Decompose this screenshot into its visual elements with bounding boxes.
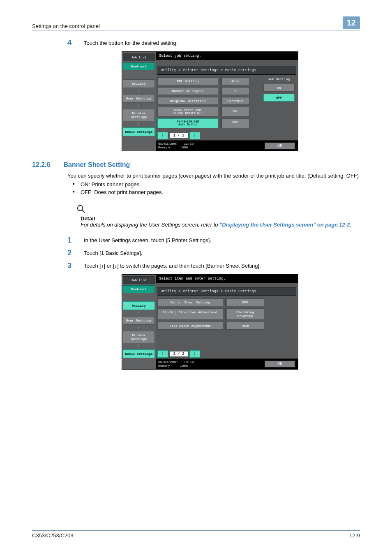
tab-bookmark[interactable]: Bookmark bbox=[123, 62, 155, 70]
page-down-button[interactable]: ↓ bbox=[189, 132, 200, 139]
page-up-button[interactable]: ↑ bbox=[157, 350, 168, 358]
spool-button[interactable]: Spool Print Jobs in HDD before RIP bbox=[157, 107, 218, 116]
breadcrumb: Utility > Printer Settings > Basic Setti… bbox=[157, 287, 296, 296]
step-number-4: 4 bbox=[67, 39, 84, 47]
svg-point-0 bbox=[78, 205, 83, 210]
footer-status: 08/03/2007 13:59 Memory 100% bbox=[158, 142, 194, 149]
printer-screen-2: Job List Bookmark Utility ↓ User Setting… bbox=[122, 274, 298, 370]
step-number-2: 2 bbox=[67, 249, 84, 257]
svg-line-1 bbox=[82, 210, 85, 212]
copies-value: 1 bbox=[221, 87, 249, 95]
sidebar-arrow-icon: ↓ bbox=[123, 122, 154, 126]
binding-direction-value: Finishing Priority bbox=[226, 308, 264, 320]
tab-job-list[interactable]: Job List bbox=[123, 53, 155, 61]
auto-switch-button[interactable]: A4/A3⇔LTR/LGR Auto Switch bbox=[157, 118, 218, 128]
banner-sheet-value: OFF bbox=[226, 298, 264, 306]
page-down-button[interactable]: ↓ bbox=[189, 350, 200, 358]
tab-bookmark[interactable]: Bookmark bbox=[123, 285, 155, 293]
sidebar-user-settings[interactable]: User Settings bbox=[123, 94, 155, 103]
footer-page: 12-9 bbox=[349, 532, 360, 539]
sidebar-printer-settings[interactable]: Printer Settings bbox=[123, 109, 155, 121]
page-up-button[interactable]: ↑ bbox=[157, 132, 168, 139]
line-width-button[interactable]: Line Width Adjustment bbox=[157, 322, 223, 330]
pdl-setting-button[interactable]: PDL Setting bbox=[157, 77, 218, 85]
footer-status: 08/03/2007 13:59 Memory 100% bbox=[158, 360, 194, 368]
sidebar-arrow-icon: ↓ bbox=[123, 325, 154, 330]
sidebar-basic-settings[interactable]: Basic Settings bbox=[123, 349, 155, 358]
sidebar-arrow-icon: ↓ bbox=[123, 344, 154, 348]
step-number-3: 3 bbox=[67, 261, 84, 270]
section-number: 12.2.6 bbox=[32, 161, 50, 169]
off-button[interactable]: OFF bbox=[263, 94, 295, 102]
sidebar-printer-settings[interactable]: Printer Settings bbox=[123, 331, 155, 343]
page-header-title: Settings on the control panel bbox=[32, 23, 100, 29]
copies-button[interactable]: Number of Copies bbox=[157, 87, 218, 95]
section-paragraph: You can specify whether to print banner … bbox=[67, 173, 360, 179]
detail-link[interactable]: "Displaying the User Settings screen" on… bbox=[219, 222, 350, 228]
on-button[interactable]: ON bbox=[263, 84, 295, 92]
detail-label: Detail bbox=[81, 215, 360, 222]
tab-job-list[interactable]: Job List bbox=[123, 276, 155, 284]
binding-direction-button[interactable]: Binding Direction Adjustment bbox=[157, 308, 223, 320]
auto-switch-value: OFF bbox=[221, 118, 249, 128]
detail-icon bbox=[76, 204, 85, 213]
spool-value: ON bbox=[221, 107, 249, 116]
screen-message: Select item and enter setting. bbox=[156, 275, 298, 283]
breadcrumb: Utility > Printer Settings > Basic Setti… bbox=[157, 66, 296, 75]
sidebar-basic-settings[interactable]: Basic Settings bbox=[123, 127, 155, 136]
screen-message: Select job setting. bbox=[156, 52, 298, 60]
sidebar-arrow-icon: ↓ bbox=[123, 103, 154, 108]
sidebar-utility[interactable]: Utility bbox=[123, 79, 155, 88]
step-text-2: Touch [1 Basic Settings]. bbox=[84, 249, 360, 256]
chapter-number: 12 bbox=[343, 16, 360, 29]
step-number-1: 1 bbox=[67, 236, 84, 245]
step-text-4: Touch the button for the desired setting… bbox=[84, 39, 360, 46]
original-direction-button[interactable]: Original Direction bbox=[157, 97, 218, 105]
sidebar-arrow-icon: ↓ bbox=[123, 310, 154, 315]
pdl-setting-value: Auto bbox=[221, 77, 249, 85]
ok-button[interactable]: OK bbox=[264, 360, 295, 368]
detail-text: For details on displaying the User Setti… bbox=[81, 222, 360, 228]
original-direction-value: Portrait bbox=[221, 97, 249, 105]
page-indicator: 2 / 2 bbox=[170, 352, 188, 356]
auto-switch-line2: Auto Switch bbox=[178, 123, 197, 126]
line-width-value: Thin bbox=[226, 322, 264, 330]
step-text-1: In the User Settings screen, touch [5 Pr… bbox=[84, 236, 360, 243]
ok-button[interactable]: OK bbox=[264, 142, 295, 150]
footer-model: C353/C253/C203 bbox=[32, 532, 73, 539]
sidebar-arrow-icon: ↓ bbox=[123, 88, 154, 93]
bullet-off: OFF: Does not print banner pages. bbox=[67, 189, 360, 195]
section-title: Banner Sheet Setting bbox=[63, 161, 130, 169]
bullet-on: ON: Prints banner pages. bbox=[67, 181, 360, 187]
spool-line2: in HDD before RIP bbox=[173, 111, 202, 115]
printer-screen-1: Job List Bookmark Utility ↓ User Setting… bbox=[122, 51, 298, 151]
banner-sheet-button[interactable]: Banner Sheet Setting bbox=[157, 298, 223, 306]
page-indicator: 1 / 2 bbox=[170, 133, 188, 138]
step-text-3: Touch [↑] or [↓] to switch the pages, an… bbox=[84, 261, 360, 269]
sidebar-user-settings[interactable]: User Settings bbox=[123, 316, 155, 325]
sidebar-utility[interactable]: Utility bbox=[123, 301, 155, 310]
job-setting-header: Job Setting bbox=[263, 76, 295, 82]
